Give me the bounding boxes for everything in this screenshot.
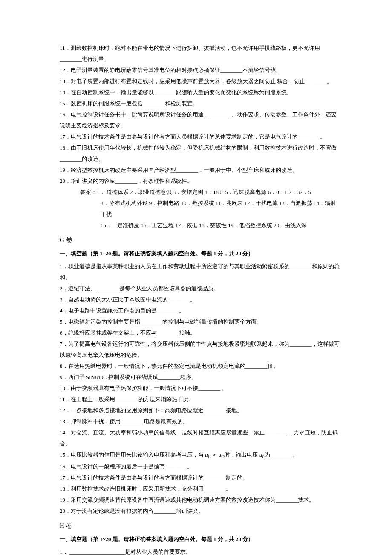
ans-line-3: 15．一定准确度 16．工艺过程 17．依据 18．突破性 19．低档数控系统 …	[80, 220, 341, 231]
g-q1: 1．职业道德是指从事某种职业的人员在工作和劳动过程中所应遵守的与其职业活动紧密联…	[60, 261, 341, 283]
g-q15: 15．电压比较器的作用是用来比较输入电压和参考电压，当 ui1＞ ui2时，输出…	[60, 449, 341, 461]
g-q15-end: 为________。	[265, 451, 298, 458]
ans-line-1: 答案：1． 道德体系 2．职业道德意识 3．安培定则 4．180° 5．迅速脱离…	[80, 187, 341, 198]
g-q2: 2．遵纪守法、 ________是每个从业人员都应该具备的道德品质。	[60, 283, 341, 294]
ans-line-2: 8．分布式机构外设 9．控制电路 10．数控系统 11．兆欧表 12．干扰电流 …	[80, 198, 341, 220]
g-q20: 20．对于没有定论或是没有根据的内容________培训讲义。	[60, 506, 341, 517]
g-q18: 18．利用数控技术改造旧机床时，应采用新技术，充分利用________。	[60, 483, 341, 494]
g-q12: 12．一点接地和多点接地的应用原则如下：高频电路应就近________接地。	[60, 405, 341, 416]
h-sub-title: 一、填空题（第 1~20 题。请将正确答案填入题内空白处。每题 1 分，共 20…	[60, 534, 341, 545]
top-q18: 18．由于旧机床使用年代较长，机械性能较为稳定，但受机床机械结构的限制，利用数控…	[60, 142, 341, 165]
top-q13: 13．对电子装置内部进行布置和走线时，应采用低噪声前置放大器，各级放大器之间防止…	[60, 76, 341, 87]
g-q15-mid: 时，输出电压	[225, 451, 259, 458]
g-q8: 8．在选用热继电器时，一般情况下，热元件的整定电流是电动机额定电流的______…	[60, 361, 341, 372]
g-section-title: G 卷	[60, 234, 341, 246]
g-q4: 4．电子电路中设置静态工作点的目的是________。	[60, 305, 341, 316]
g-q11: 11．在工程上一般采用________ 的方法来消除热干扰。	[60, 394, 341, 405]
h-q1: 1． ____________________是对从业人员的首要要求。	[60, 546, 341, 555]
top-q17: 17．电气设计的技术条件是由参与设计的各方面人员根据设计的总体要求制定的，它是电…	[60, 131, 341, 142]
top-q11: 11．测绘数控机床时，绝对不能在带电的情况下进行拆卸、拔插活动，也不允许用手摸线…	[60, 43, 341, 65]
top-q12: 12．电子测量装置的静电屏蔽零信号基准电位的相对接点必须保证________不流…	[60, 65, 341, 76]
g-q5: 5．电磁辐射污染的控制主要是指________的控制与电磁能量传播的控制两个方面…	[60, 316, 341, 327]
top-q14: 14．在自动控制系统中，输出量能够以________跟随输入量的变化而变化的系统…	[60, 87, 341, 98]
g-q10: 10．由于变频器具有电子热保护功能，一般情况下可不接________ 。	[60, 383, 341, 394]
top-q15: 15．数控机床的伺服系统一般包括________和检测装置。	[60, 98, 341, 109]
g-q15-a: 15．电压比较器的作用是用来比较输入电压和参考电压，当	[60, 451, 205, 458]
answer-block: 答案：1． 道德体系 2．职业道德意识 3．安培定则 4．180° 5．迅速脱离…	[60, 187, 341, 231]
g-q9: 9．西门子 SIN840C 控制系统可在线调试________程序。	[60, 372, 341, 383]
g-q17: 17．电气设计的技术条件是由参与设计的各方面根据设计的________制定的。	[60, 472, 341, 483]
g-q3: 3．自感电动势的大小正比于本线圈中电流的________。	[60, 294, 341, 305]
top-q19: 19．经济型数控机床的改造主要采用国产经济型________，一般用于中、小型车…	[60, 165, 341, 176]
g-q14: 14．对交流、直流、大功率和弱小功率的信号线，走线时相互距离应尽量远些，禁止__…	[60, 427, 341, 449]
g-q7: 7．为了提高电气设备运行的可靠性，将变压器低压侧的中性点与接地极紧密地联系起来，…	[60, 338, 341, 361]
g-q13: 13．抑制脉冲干扰，使用________ 电路是最有效的。	[60, 416, 341, 427]
g-q19: 19．采用交流变频调速替代原设备中直流调速或其他电动机调速方案的数控改造技术称为…	[60, 494, 341, 506]
h-section-title: H 卷	[60, 519, 341, 532]
g-sub-title: 一、填空题（第 1~20 题。请将正确答案填入题内空白处。每题 1 分，共 20…	[60, 248, 341, 259]
top-q20: 20．培训讲义的内容应________，有条理性和系统性。	[60, 176, 341, 187]
top-q16: 16．电气控制设计任务书中，除简要说明所设计任务的用途、________、动作要…	[60, 109, 341, 131]
g-q6: 6．绝缘杆应悬挂或架在支架上，不应与________接触。	[60, 327, 341, 338]
g-q16: 16．电气设计的一般程序的最后一步是编写________。	[60, 461, 341, 472]
g-q15-sub-i1: i1	[208, 454, 211, 459]
g-q15-gt: ＞	[211, 451, 218, 458]
